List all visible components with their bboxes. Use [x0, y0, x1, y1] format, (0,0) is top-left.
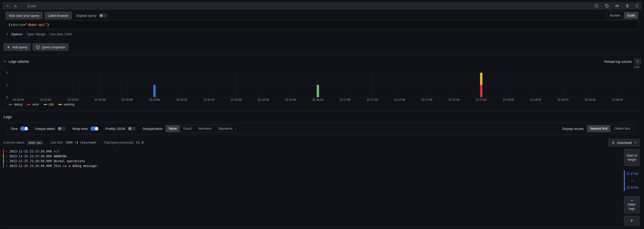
duplicate-query-icon[interactable]: [605, 4, 609, 8]
reload-icon[interactable]: [634, 58, 641, 65]
toggle-knob: [25, 127, 28, 130]
legend-label-error: error: [32, 103, 39, 106]
display-results-option-oldest-first[interactable]: Oldest first: [611, 125, 633, 132]
log-message: WARNING: [54, 155, 67, 158]
start-of-range-button[interactable]: Start of range: [624, 149, 640, 166]
log-rows-list: ›2023-11-15 21:17:50.000>:(›2023-11-15 2…: [3, 149, 624, 226]
range-to: 21:15:50: [626, 186, 638, 189]
display-results-group: Newest firstOldest first: [587, 125, 634, 132]
logs-navigation-rail: Start of range 21:17:50 — 21:15:50 Older…: [624, 149, 640, 226]
legend-label-info: info: [49, 103, 54, 106]
unique-labels-control: Unique labels: [35, 127, 66, 131]
query-row-body: Kick start your query Label browser Expl…: [3, 12, 641, 38]
query-row-header[interactable]: A (Loki) ?: [3, 2, 641, 10]
x-axis-label: 21:18:30: [585, 98, 596, 101]
prettify-json-toggle[interactable]: [128, 127, 136, 131]
log-message: This is a debug message!: [54, 164, 98, 168]
rail-spacer: [624, 191, 640, 196]
log-level-indicator-info: [3, 159, 4, 163]
collapse-query-row-icon[interactable]: [6, 4, 9, 8]
chevron-right-icon: [6, 33, 9, 36]
display-results-control: Display results Newest firstOldest first: [562, 125, 634, 132]
query-editor-input[interactable]: {source="demo-api"}: [6, 20, 638, 29]
collapse-logs-volume-icon[interactable]: [3, 60, 7, 63]
explore-page: A (Loki) ? Kick start your query Label b…: [0, 0, 644, 229]
query-row-actions: ?: [595, 4, 638, 8]
explain-query-toggle[interactable]: [99, 13, 107, 18]
explore-actions: Add query Query inspector: [3, 43, 641, 51]
time-toggle[interactable]: [20, 127, 28, 131]
download-button[interactable]: Download: [608, 139, 640, 146]
dedup-option-none[interactable]: None: [166, 125, 180, 132]
unique-labels-toggle[interactable]: [58, 127, 66, 131]
legend-swatch-warning: [58, 104, 62, 105]
query-token-label: source: [10, 23, 23, 27]
editor-mode-option-builder[interactable]: Builder: [607, 12, 623, 19]
query-token-operator: =: [23, 23, 25, 27]
x-axis-label: 21:15:50: [149, 98, 160, 101]
legend-item-error[interactable]: error: [27, 103, 39, 106]
display-results-option-newest-first[interactable]: Newest first: [587, 125, 611, 132]
x-axis-label: 21:15:20: [67, 98, 78, 101]
x-axis-label: 21:18:40: [612, 98, 623, 101]
expand-log-row-icon[interactable]: ›: [6, 164, 9, 168]
toggle-knob: [128, 127, 131, 130]
page-bottom-border: [3, 227, 641, 227]
help-icon[interactable]: ?: [595, 4, 599, 8]
query-token-brace-close: }: [47, 23, 49, 27]
total-bytes: Total bytes processed: 51 B: [104, 141, 143, 144]
query-toolbar: Kick start your query Label browser Expl…: [6, 12, 638, 19]
x-axis-label: 21:16:30: [258, 98, 269, 101]
log-row[interactable]: ›2023-11-15 21:16:50.000Normal operation…: [3, 159, 624, 163]
label-browser-button[interactable]: Label browser: [45, 12, 72, 19]
logs-title: Logs: [4, 115, 641, 119]
legend-item-info[interactable]: info: [44, 103, 54, 106]
x-axis-label: 21:18:00: [503, 98, 514, 101]
add-query-button[interactable]: Add query: [4, 43, 31, 51]
expand-log-row-icon[interactable]: ›: [6, 155, 9, 158]
time-control: Time: [10, 127, 28, 131]
wrap-lines-control: Wrap lines: [72, 127, 99, 131]
delete-query-icon[interactable]: [625, 4, 629, 8]
dedup-option-signature[interactable]: Signature: [215, 125, 236, 132]
log-timestamp: 2023-11-15 21:15:50.000: [9, 164, 52, 168]
toggle-visibility-icon[interactable]: [615, 4, 619, 8]
expand-log-row-icon[interactable]: ›: [6, 150, 9, 153]
logs-volume-section: Logs volume Reload log volume Loki 01221…: [3, 58, 641, 107]
log-level-indicator-warning: [3, 154, 4, 158]
legend-item-debug[interactable]: debug: [9, 103, 22, 106]
chevron-down-icon: [634, 141, 637, 144]
log-row[interactable]: ›2023-11-15 21:17:50.000>:(: [3, 149, 624, 154]
logs-section: Logs Time Unique labels Wrap lines Prett…: [3, 115, 641, 227]
wrap-lines-toggle[interactable]: [90, 127, 99, 131]
x-axis-label: 21:17:20: [394, 98, 405, 101]
kick-start-query-button[interactable]: Kick start your query: [6, 12, 43, 19]
reload-log-volume-label: Reload log volume: [604, 60, 632, 64]
line-limit: Line limit: 1000 (4 returned): [50, 141, 97, 144]
log-row[interactable]: ›2023-11-15 21:15:50.000This is a debug …: [3, 163, 624, 168]
query-inspector-button[interactable]: Query inspector: [33, 43, 68, 51]
deduplication-control: Deduplication NoneExactNumbersSignature: [143, 125, 236, 132]
query-row: A (Loki) ? Kick start your query Label b…: [3, 2, 641, 38]
log-timestamp: 2023-11-15 21:17:50.000: [9, 150, 52, 153]
datasource-label: (Loki): [28, 4, 36, 8]
bar-error: [480, 85, 482, 97]
chart-legend: debugerrorinfowarning: [9, 102, 641, 107]
range-from: 21:17:50: [626, 172, 638, 176]
x-axis-label: 21:16:40: [285, 98, 296, 101]
editor-mode-option-code[interactable]: Code: [624, 12, 638, 19]
common-labels-label: Common labels:: [3, 141, 25, 144]
dedup-option-exact[interactable]: Exact: [180, 125, 195, 132]
older-logs-button[interactable]: Older logs: [624, 196, 640, 213]
bar-warning: [480, 73, 482, 85]
scroll-to-top-button[interactable]: [624, 216, 640, 226]
query-options[interactable]: Options Type: Range Line limit: 1000: [6, 30, 638, 38]
drag-handle-icon[interactable]: [635, 4, 638, 8]
bar-info: [317, 85, 319, 97]
expand-log-row-icon[interactable]: ›: [6, 159, 9, 163]
dedup-option-numbers[interactable]: Numbers: [195, 125, 215, 132]
logs-body: ›2023-11-15 21:17:50.000>:(›2023-11-15 2…: [3, 149, 641, 226]
log-range-indicator[interactable]: 21:17:50 — 21:15:50: [624, 170, 640, 191]
log-row[interactable]: ›2023-11-15 21:17:50.000WARNING: [3, 154, 624, 159]
legend-item-warning[interactable]: warning: [58, 103, 74, 106]
